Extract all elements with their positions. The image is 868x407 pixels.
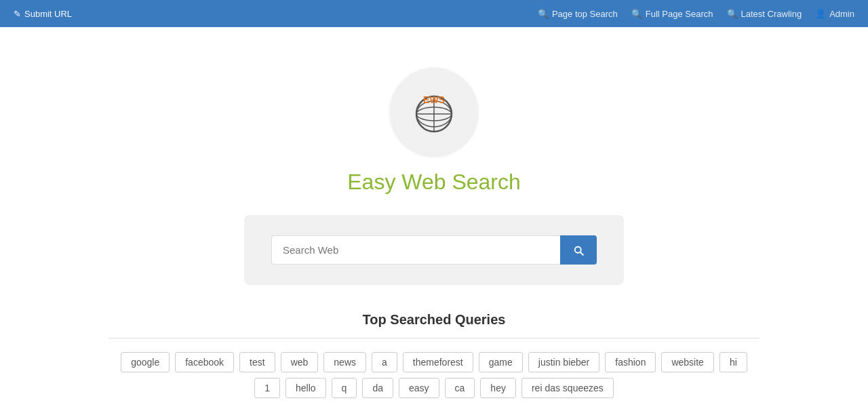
tag-item[interactable]: hey [480, 378, 516, 398]
search-icon-nav1: 🔍 [538, 9, 549, 19]
tag-item[interactable]: hello [285, 378, 326, 398]
search-icon-nav3: 🔍 [727, 9, 738, 19]
queries-section: Top Searched Queries googlefacebooktestw… [108, 312, 760, 398]
tag-item[interactable]: q [332, 378, 357, 398]
logo-inner: EWS [410, 88, 458, 136]
tag-item[interactable]: easy [399, 378, 439, 398]
admin-icon: 👤 [815, 9, 826, 19]
tag-item[interactable]: 1 [254, 378, 280, 398]
search-button[interactable] [560, 235, 597, 265]
tag-item[interactable]: da [362, 378, 393, 398]
site-title: Easy Web Search [347, 170, 521, 195]
queries-divider [108, 338, 760, 338]
logo-globe-svg: EWS [410, 88, 458, 136]
tag-item[interactable]: website [661, 352, 713, 372]
tag-item[interactable]: game [479, 352, 523, 372]
logo-circle: EWS [390, 68, 478, 156]
tag-item[interactable]: a [372, 352, 397, 372]
nav-right: 🔍 Page top Search 🔍 Full Page Search 🔍 L… [538, 9, 854, 19]
submit-url-link[interactable]: ✎ Submit URL [14, 9, 72, 19]
latest-crawling-link[interactable]: 🔍 Latest Crawling [727, 9, 802, 19]
tag-item[interactable]: ca [445, 378, 475, 398]
edit-icon: ✎ [14, 9, 21, 19]
tag-item[interactable]: themeforest [403, 352, 473, 372]
search-box [271, 235, 597, 265]
full-page-search-link[interactable]: 🔍 Full Page Search [631, 9, 713, 19]
search-icon-nav2: 🔍 [631, 9, 642, 19]
tag-item[interactable]: facebook [175, 352, 234, 372]
search-icon [572, 244, 585, 256]
queries-tags: googlefacebooktestwebnewsathemeforestgam… [108, 352, 760, 398]
tag-item[interactable]: hi [719, 352, 747, 372]
top-nav: ✎ Submit URL 🔍 Page top Search 🔍 Full Pa… [0, 0, 868, 27]
tag-item[interactable]: justin bieber [528, 352, 600, 372]
page-top-search-link[interactable]: 🔍 Page top Search [538, 9, 618, 19]
tag-item[interactable]: news [323, 352, 366, 372]
tag-item[interactable]: web [281, 352, 319, 372]
queries-title: Top Searched Queries [363, 312, 506, 328]
admin-link[interactable]: 👤 Admin [815, 9, 854, 19]
tag-item[interactable]: rei das squeezes [521, 378, 614, 398]
tag-item[interactable]: fashion [605, 352, 656, 372]
svg-text:EWS: EWS [423, 94, 445, 105]
tag-item[interactable]: test [239, 352, 275, 372]
search-input[interactable] [271, 235, 560, 265]
tag-item[interactable]: google [121, 352, 170, 372]
main-content: EWS Easy Web Search Top Searched Queries… [0, 27, 868, 398]
search-container [244, 215, 624, 285]
nav-left: ✎ Submit URL [14, 7, 72, 20]
